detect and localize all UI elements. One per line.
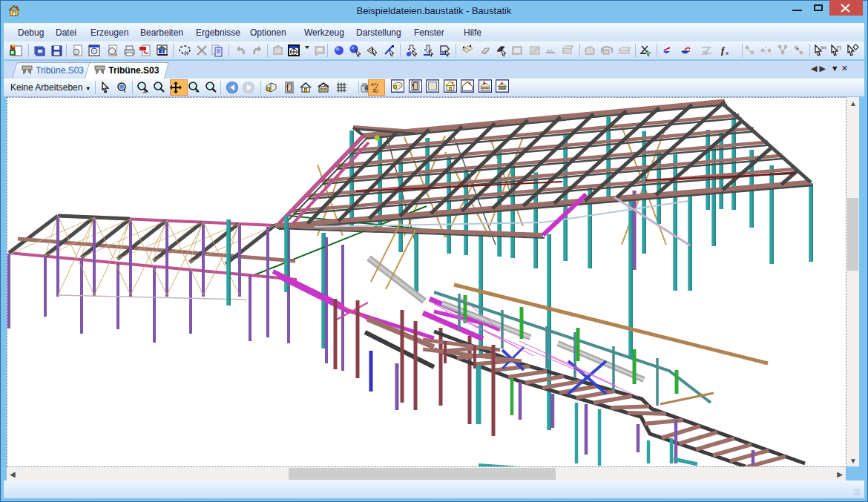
- svg-text:[°]: [°]: [837, 45, 841, 50]
- svg-text:-: -: [212, 87, 214, 94]
- svg-text:A: A: [371, 82, 374, 87]
- svg-text:Z2: Z2: [702, 50, 708, 56]
- svg-text:x: x: [725, 50, 729, 56]
- svg-text:+D: +D: [372, 89, 379, 93]
- svg-text:(m): (m): [821, 45, 826, 50]
- svg-text:A: A: [143, 89, 147, 94]
- svg-text:+: +: [195, 88, 199, 94]
